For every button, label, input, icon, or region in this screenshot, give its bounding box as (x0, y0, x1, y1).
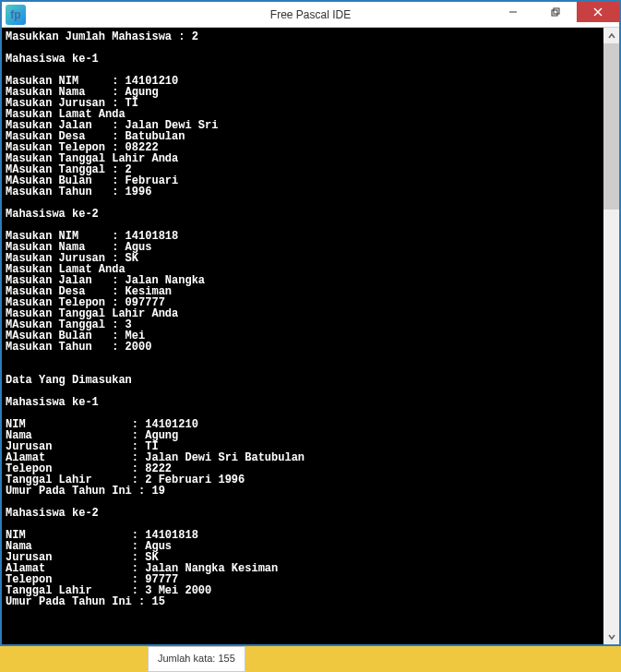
console-line: Masukkan Jumlah Mahasiswa : 2 (6, 31, 600, 42)
console-content: Masukkan Jumlah Mahasiswa : 2Mahasiswa k… (6, 31, 600, 641)
app-icon[interactable]: fp (6, 5, 26, 25)
scroll-down-button[interactable] (603, 629, 619, 644)
app-window: fp Free Pascal IDE Masukkan Jumlah Mahas… (0, 0, 621, 646)
console-line: Mahasiswa ke-1 (6, 397, 600, 408)
maximize-icon (551, 7, 560, 17)
console-line: Masukan Tahun : 2000 (6, 342, 600, 353)
window-controls (492, 2, 619, 22)
console-line (6, 353, 600, 364)
word-count-status: Jumlah kata: 155 (148, 646, 245, 672)
scrollbar-thumb[interactable] (603, 43, 619, 210)
console-line: Umur Pada Tahun Ini : 15 (6, 596, 600, 607)
console-output: Masukkan Jumlah Mahasiswa : 2Mahasiswa k… (2, 28, 619, 644)
close-button[interactable] (577, 2, 619, 22)
console-line: Mahasiswa ke-2 (6, 508, 600, 519)
console-line: Mahasiswa ke-2 (6, 209, 600, 220)
console-line: Mahasiswa ke-1 (6, 54, 600, 65)
console-line: Masukan Tahun : 1996 (6, 186, 600, 198)
console-line: Umur Pada Tahun Ini : 19 (6, 486, 600, 497)
vertical-scrollbar[interactable] (603, 28, 619, 644)
chevron-down-icon (608, 633, 615, 641)
window-title: Free Pascal IDE (270, 8, 351, 21)
console-line: Data Yang Dimasukan (6, 375, 600, 386)
minimize-button[interactable] (492, 2, 534, 22)
chevron-up-icon (608, 32, 615, 40)
scroll-up-button[interactable] (603, 28, 619, 43)
minimize-icon (508, 7, 518, 17)
svg-rect-2 (554, 8, 559, 14)
svg-rect-1 (552, 10, 557, 16)
close-icon (593, 7, 603, 17)
titlebar[interactable]: fp Free Pascal IDE (2, 2, 619, 28)
maximize-button[interactable] (534, 2, 577, 22)
